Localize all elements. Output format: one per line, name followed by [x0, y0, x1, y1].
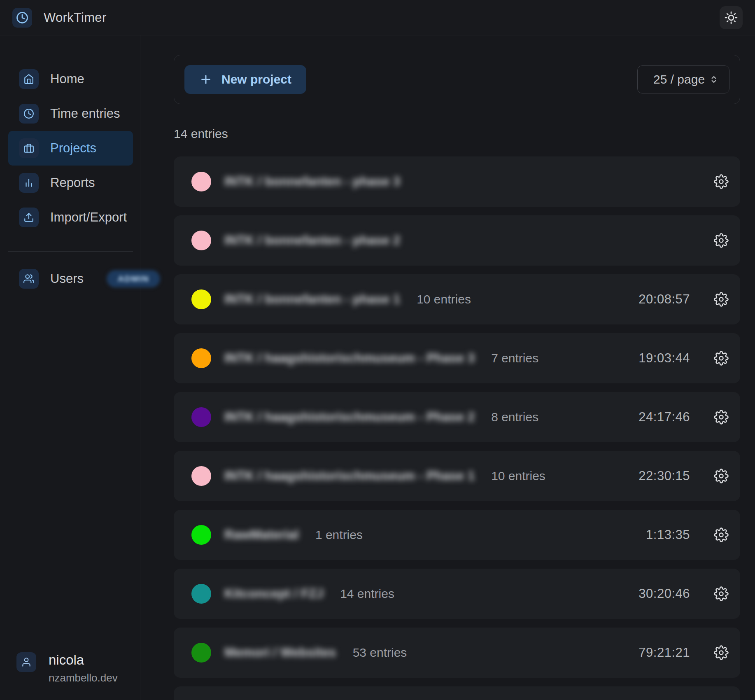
project-row[interactable]: INTK / haagshistorischmuseum - Phase 3 7… [174, 333, 740, 383]
project-settings-button[interactable] [714, 174, 729, 189]
project-color-dot [191, 466, 211, 486]
theme-toggle-button[interactable] [720, 6, 743, 29]
project-color-dot [191, 172, 211, 191]
main-content: New project 25 / page 14 entries INTK / … [140, 35, 755, 700]
project-name: INTK / bonnefanten - phase 3 [224, 174, 400, 189]
sidebar-item-label: Users [50, 271, 84, 286]
project-settings-button[interactable] [714, 292, 729, 307]
project-name: INTK / bonnefanten - phase 1 [224, 292, 400, 307]
clock-icon [16, 12, 28, 24]
sun-icon [725, 11, 738, 24]
project-entries-count: 1 entries [315, 528, 363, 542]
project-row[interactable]: INTK / haagshistorischmuseum - Phase 2 8… [174, 392, 740, 442]
sidebar-item-label: Home [50, 72, 84, 86]
sidebar-item-label: Reports [50, 175, 95, 190]
gear-icon [714, 351, 729, 366]
project-color-dot [191, 584, 211, 604]
profile-domain: nzambello.dev [49, 672, 118, 684]
project-entries-count: 10 entries [491, 469, 545, 483]
project-total-time: 22:30:15 [638, 469, 690, 483]
briefcase-icon [19, 138, 39, 158]
plus-icon [199, 73, 212, 86]
gear-icon [714, 586, 729, 601]
upload-icon [19, 208, 39, 227]
project-color-dot [191, 231, 211, 250]
sidebar-item-users[interactable]: Users ADMIN [8, 261, 133, 296]
project-row[interactable]: RawMaterial 1 entries 1:13:35 [174, 510, 740, 560]
gear-icon [714, 233, 729, 248]
sidebar-item-label: Time entries [50, 106, 120, 121]
project-row[interactable]: INTK / haagshistorischmuseum - Phase 1 1… [174, 451, 740, 501]
project-settings-button[interactable] [714, 233, 729, 248]
project-color-dot [191, 407, 211, 427]
app-title: WorkTimer [44, 10, 107, 25]
project-entries-count: 53 entries [353, 646, 407, 660]
project-total-time: 30:20:46 [638, 586, 690, 601]
project-entries-count: 10 entries [417, 292, 471, 306]
sidebar-divider [8, 251, 133, 252]
sidebar-item-home[interactable]: Home [8, 62, 133, 96]
project-row[interactable]: Kitconcept / FZJ 14 entries 30:20:46 [174, 569, 740, 619]
page-size-value: 25 / page [653, 72, 705, 86]
sidebar-nav: Home Time entries Projects Reports Impor… [0, 35, 140, 296]
gear-icon [714, 174, 729, 189]
project-total-time: 24:17:46 [638, 410, 690, 425]
project-row[interactable]: INTK / bonnefanten - phase 1 10 entries … [174, 274, 740, 324]
sidebar-item-projects[interactable]: Projects [8, 131, 133, 166]
project-settings-button[interactable] [714, 351, 729, 366]
project-color-dot [191, 348, 211, 368]
project-row[interactable]: Memori / Websites 53 entries 79:21:21 [174, 628, 740, 678]
project-settings-button[interactable] [714, 586, 729, 601]
project-total-time: 79:21:21 [638, 645, 690, 660]
sidebar-item-label: Import/Export [50, 210, 127, 225]
project-settings-button[interactable] [714, 527, 729, 542]
project-name: Kitconcept / FZJ [224, 586, 324, 601]
bar-chart-icon [19, 173, 39, 193]
page-size-select[interactable]: 25 / page [637, 65, 729, 93]
new-project-label: New project [221, 72, 291, 86]
project-name: INTK / bonnefanten - phase 2 [224, 233, 400, 248]
gear-icon [714, 410, 729, 425]
sidebar-item-label: Projects [50, 141, 96, 156]
toolbar: New project 25 / page [174, 55, 740, 104]
users-icon [19, 269, 39, 289]
project-name: Memori / Websites [224, 645, 336, 660]
project-name: INTK / haagshistorischmuseum - Phase 1 [224, 469, 475, 483]
gear-icon [714, 527, 729, 542]
gear-icon [714, 469, 729, 483]
project-entries-count: 7 entries [491, 351, 538, 365]
project-entries-count: 14 entries [340, 587, 394, 601]
new-project-button[interactable]: New project [184, 65, 306, 94]
user-profile[interactable]: nicola nzambello.dev [16, 652, 118, 684]
project-name: RawMaterial [224, 527, 299, 542]
project-settings-button[interactable] [714, 469, 729, 483]
project-total-time: 19:03:44 [638, 351, 690, 366]
project-list: INTK / bonnefanten - phase 3 INTK / bonn… [174, 156, 740, 700]
entries-count: 14 entries [174, 127, 740, 141]
project-total-time: 1:13:35 [646, 527, 690, 542]
project-entries-count: 8 entries [491, 410, 538, 424]
sidebar-item-reports[interactable]: Reports [8, 166, 133, 200]
project-row[interactable]: INTK / bonnefanten - phase 3 [174, 156, 740, 207]
sidebar: Home Time entries Projects Reports Impor… [0, 35, 140, 700]
project-row[interactable] [174, 686, 740, 700]
gear-icon [714, 292, 729, 307]
chevron-updown-icon [708, 74, 719, 85]
profile-name: nicola [49, 652, 118, 668]
clock-icon [19, 104, 39, 124]
project-settings-button[interactable] [714, 645, 729, 660]
project-color-dot [191, 643, 211, 663]
project-color-dot [191, 525, 211, 545]
person-icon [16, 652, 36, 672]
gear-icon [714, 645, 729, 660]
project-total-time: 20:08:57 [638, 292, 690, 307]
home-icon [19, 69, 39, 89]
project-settings-button[interactable] [714, 410, 729, 425]
project-name: INTK / haagshistorischmuseum - Phase 3 [224, 351, 475, 366]
project-name: INTK / haagshistorischmuseum - Phase 2 [224, 410, 475, 425]
sidebar-item-import-export[interactable]: Import/Export [8, 200, 133, 235]
project-color-dot [191, 289, 211, 309]
app-logo [12, 8, 32, 28]
sidebar-item-time-entries[interactable]: Time entries [8, 96, 133, 131]
project-row[interactable]: INTK / bonnefanten - phase 2 [174, 215, 740, 266]
